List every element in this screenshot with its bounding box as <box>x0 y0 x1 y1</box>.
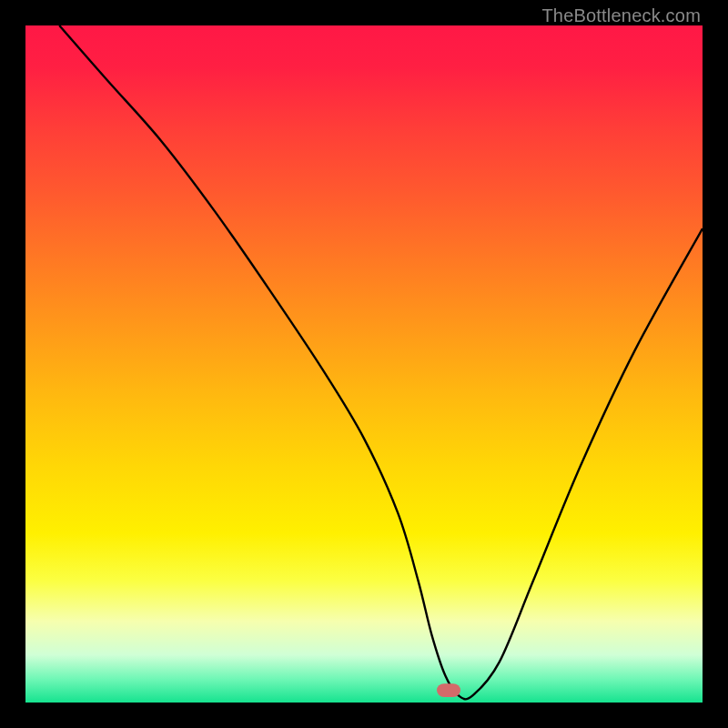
optimal-marker <box>437 683 460 697</box>
plot-area <box>25 25 703 703</box>
watermark-text: TheBottleneck.com <box>541 5 701 26</box>
chart-svg <box>25 25 703 703</box>
gradient-background <box>25 25 703 703</box>
chart-container: TheBottleneck.com <box>0 0 728 728</box>
